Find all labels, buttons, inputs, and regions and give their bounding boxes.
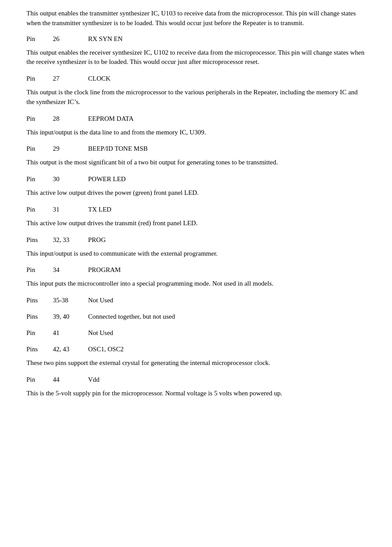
pin-line: Pins39, 40Connected together, but not us… xyxy=(26,312,366,321)
pin-label: Pins xyxy=(26,296,53,305)
pin-name: CLOCK xyxy=(88,74,111,83)
pin-description: This output is the most significant bit … xyxy=(26,158,366,167)
pin-line: Pin28EEPROM DATA xyxy=(26,114,366,123)
pin-section: Pin34PROGRAMThis input puts the microcon… xyxy=(26,265,366,289)
pin-label: Pins xyxy=(26,345,53,354)
pin-line: Pins35-38Not Used xyxy=(26,296,366,305)
pin-label: Pin xyxy=(26,175,53,184)
pin-section: Pin44VddThis is the 5-volt supply pin fo… xyxy=(26,375,366,398)
pin-number: 27 xyxy=(53,74,88,83)
pin-description: This input/output is the data line to an… xyxy=(26,128,366,138)
pin-number: 35-38 xyxy=(53,296,88,305)
pin-name: OSC1, OSC2 xyxy=(88,345,124,354)
pin-description: This output is the clock line from the m… xyxy=(26,88,366,107)
pin-description: This input/output is used to communicate… xyxy=(26,249,366,259)
pin-line: Pin44Vdd xyxy=(26,375,366,384)
pin-number: 29 xyxy=(53,144,88,153)
pin-section: Pin29BEEP/ID TONE MSBThis output is the … xyxy=(26,144,366,167)
pin-label: Pin xyxy=(26,375,53,384)
pin-name: PROGRAM xyxy=(88,265,121,275)
pin-section: Pins39, 40Connected together, but not us… xyxy=(26,312,366,321)
pin-number: 42, 43 xyxy=(53,345,88,354)
pin-label: Pin xyxy=(26,144,53,153)
pin-section: Pin26RX SYN ENThis output enables the re… xyxy=(26,34,366,67)
pin-section: Pin31TX LEDThis active low output drives… xyxy=(26,205,366,228)
pin-description: This is the 5-volt supply pin for the mi… xyxy=(26,389,366,398)
pin-number: 39, 40 xyxy=(53,312,88,321)
pin-name: BEEP/ID TONE MSB xyxy=(88,144,148,153)
pin-description: These two pins support the external crys… xyxy=(26,358,366,368)
pin-label: Pin xyxy=(26,328,53,338)
pin-label: Pin xyxy=(26,265,53,275)
pin-section: Pins42, 43OSC1, OSC2These two pins suppo… xyxy=(26,345,366,368)
pin-description: This input puts the microcontroller into… xyxy=(26,279,366,289)
pin-section: Pin41Not Used xyxy=(26,328,366,338)
pin-number: 32, 33 xyxy=(53,235,88,245)
pin-name: RX SYN EN xyxy=(88,34,122,44)
pin-name: Not Used xyxy=(88,296,113,305)
pin-number: 26 xyxy=(53,34,88,44)
pin-line: Pin31TX LED xyxy=(26,205,366,214)
pin-description: This active low output drives the power … xyxy=(26,188,366,198)
intro-paragraph: This output enables the transmitter synt… xyxy=(26,9,366,28)
pin-label: Pin xyxy=(26,34,53,44)
pin-description: This output enables the receiver synthes… xyxy=(26,48,366,67)
pin-section: Pins32, 33PROGThis input/output is used … xyxy=(26,235,366,259)
pin-label: Pin xyxy=(26,74,53,83)
pin-name: TX LED xyxy=(88,205,111,214)
pin-name: EEPROM DATA xyxy=(88,114,133,123)
intro-text: This output enables the transmitter synt… xyxy=(26,9,366,28)
pin-name: PROG xyxy=(88,235,106,245)
pin-line: Pin34PROGRAM xyxy=(26,265,366,275)
pin-name: POWER LED xyxy=(88,175,126,184)
pin-number: 30 xyxy=(53,175,88,184)
pin-section: Pin27CLOCKThis output is the clock line … xyxy=(26,74,366,107)
pin-section: Pin30POWER LEDThis active low output dri… xyxy=(26,175,366,198)
pin-label: Pin xyxy=(26,205,53,214)
pin-number: 31 xyxy=(53,205,88,214)
pin-label: Pins xyxy=(26,235,53,245)
pin-number: 28 xyxy=(53,114,88,123)
pin-number: 41 xyxy=(53,328,88,338)
pin-number: 34 xyxy=(53,265,88,275)
pin-name: Not Used xyxy=(88,328,113,338)
pin-line: Pin41Not Used xyxy=(26,328,366,338)
pin-name: Connected together, but not used xyxy=(88,312,175,321)
pin-line: Pins42, 43OSC1, OSC2 xyxy=(26,345,366,354)
pin-number: 44 xyxy=(53,375,88,384)
pin-section: Pins35-38Not Used xyxy=(26,296,366,305)
pin-line: Pin29BEEP/ID TONE MSB xyxy=(26,144,366,153)
pin-description: This active low output drives the transm… xyxy=(26,219,366,228)
pin-label: Pin xyxy=(26,114,53,123)
pin-name: Vdd xyxy=(88,375,100,384)
pin-line: Pin26RX SYN EN xyxy=(26,34,366,44)
pin-line: Pins32, 33PROG xyxy=(26,235,366,245)
pin-list: Pin26RX SYN ENThis output enables the re… xyxy=(26,34,366,398)
pin-line: Pin30POWER LED xyxy=(26,175,366,184)
pin-label: Pins xyxy=(26,312,53,321)
pin-line: Pin27CLOCK xyxy=(26,74,366,83)
pin-section: Pin28EEPROM DATAThis input/output is the… xyxy=(26,114,366,138)
